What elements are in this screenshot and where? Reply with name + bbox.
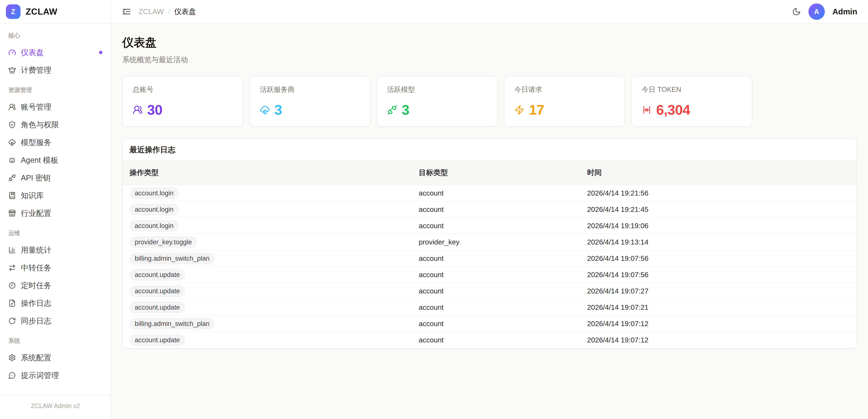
action-type-badge: account.update bbox=[129, 301, 185, 313]
message-dots-icon bbox=[8, 371, 16, 379]
action-type-badge: account.login bbox=[129, 204, 179, 215]
sidebar-item-label: 账号管理 bbox=[21, 102, 51, 112]
stat-value-row: 3 bbox=[260, 102, 360, 118]
sidebar-item-label: 系统配置 bbox=[21, 353, 51, 363]
stat-value-row: 17 bbox=[515, 102, 615, 118]
collapse-sidebar-button[interactable] bbox=[122, 7, 131, 16]
sidebar-item-label: 行业配置 bbox=[21, 208, 51, 218]
main-content: 仪表盘 系统概览与最近活动 总账号30活跃服务商3活跃模型3今日请求17今日 T… bbox=[111, 24, 868, 419]
sidebar-item-accounts[interactable]: 账号管理 bbox=[5, 99, 106, 115]
action-type-badge: account.login bbox=[129, 187, 179, 199]
sidebar-item-agent-templates[interactable]: Agent 模板 bbox=[5, 152, 106, 169]
sidebar-item-label: Agent 模板 bbox=[21, 155, 58, 165]
sidebar-item-api-keys[interactable]: API 密钥 bbox=[5, 170, 106, 186]
column-header: 操作类型 bbox=[123, 160, 419, 185]
stat-card-2: 活跃模型3 bbox=[377, 76, 498, 127]
sidebar-item-relay-tasks[interactable]: 中转任务 bbox=[5, 260, 106, 276]
swap-arrows-icon bbox=[8, 264, 16, 272]
file-text-icon bbox=[8, 299, 16, 307]
action-type-badge: account.update bbox=[129, 269, 185, 281]
target-type-cell: account bbox=[419, 201, 587, 217]
brand-logo-letter: Z bbox=[11, 8, 15, 16]
zap-icon bbox=[515, 105, 524, 115]
gauge-icon bbox=[8, 49, 16, 56]
crown-icon bbox=[8, 66, 16, 74]
stats-grid: 总账号30活跃服务商3活跃模型3今日请求17今日 TOKEN6,304 bbox=[122, 76, 857, 127]
recent-logs-table: 操作类型目标类型时间 account.loginaccount2026/4/14… bbox=[123, 160, 857, 348]
sidebar-item-sync-logs[interactable]: 同步日志 bbox=[5, 312, 106, 329]
table-row: account.updateaccount2026/4/14 19:07:56 bbox=[123, 267, 857, 283]
sidebar-item-roles-permissions[interactable]: 角色与权限 bbox=[5, 116, 106, 133]
username: Admin bbox=[832, 7, 857, 16]
sidebar-section-label: 系统 bbox=[5, 337, 106, 345]
target-type-cell: account bbox=[419, 283, 587, 299]
stat-label: 今日 TOKEN bbox=[642, 85, 742, 94]
stat-value: 3 bbox=[275, 102, 282, 118]
theme-toggle-button[interactable] bbox=[792, 7, 801, 16]
cloud-server-icon bbox=[8, 139, 16, 146]
time-cell: 2026/4/14 19:21:45 bbox=[587, 201, 857, 217]
store-icon bbox=[8, 209, 16, 217]
stat-value: 17 bbox=[529, 102, 544, 118]
topbar: ZCLAW / 仪表盘 A Admin bbox=[111, 0, 868, 24]
sidebar-item-knowledge-base[interactable]: 知识库 bbox=[5, 187, 106, 204]
target-type-cell: account bbox=[419, 185, 587, 201]
sidebar-item-usage-stats[interactable]: 用量统计 bbox=[5, 242, 106, 259]
shield-check-icon bbox=[8, 121, 16, 128]
stat-label: 活跃模型 bbox=[387, 85, 487, 94]
stat-label: 今日请求 bbox=[515, 85, 615, 94]
sidebar-item-label: 计费管理 bbox=[21, 65, 51, 76]
avatar[interactable]: A bbox=[808, 3, 825, 20]
users-icon bbox=[133, 105, 143, 115]
sidebar-item-prompt-management[interactable]: 提示词管理 bbox=[5, 367, 106, 384]
sidebar-section-label: 资源管理 bbox=[5, 86, 106, 94]
move-horizontal-icon bbox=[642, 105, 652, 115]
moon-icon bbox=[792, 7, 801, 16]
book-icon bbox=[8, 192, 16, 199]
sidebar-item-label: API 密钥 bbox=[21, 173, 51, 183]
stat-card-3: 今日请求17 bbox=[504, 76, 625, 127]
table-row: billing.admin_switch_planaccount2026/4/1… bbox=[123, 316, 857, 332]
breadcrumb-root[interactable]: ZCLAW bbox=[138, 7, 164, 16]
sidebar-item-system-config[interactable]: 系统配置 bbox=[5, 349, 106, 366]
sidebar-item-dashboard[interactable]: 仪表盘 bbox=[5, 44, 106, 61]
sidebar-nav: 核心仪表盘计费管理资源管理账号管理角色与权限模型服务Agent 模板API 密钥… bbox=[0, 24, 111, 384]
time-cell: 2026/4/14 19:19:06 bbox=[587, 217, 857, 234]
action-type-badge: account.update bbox=[129, 285, 185, 297]
refresh-icon bbox=[8, 317, 16, 325]
page-title: 仪表盘 bbox=[122, 35, 857, 50]
sidebar-item-label: 知识库 bbox=[21, 190, 44, 201]
sidebar-section-label: 核心 bbox=[5, 32, 106, 39]
time-cell: 2026/4/14 19:07:56 bbox=[587, 250, 857, 267]
sidebar-item-label: 仪表盘 bbox=[21, 48, 44, 58]
sidebar-item-scheduled-tasks[interactable]: 定时任务 bbox=[5, 277, 106, 294]
action-type-badge: account.update bbox=[129, 334, 185, 346]
table-header-row: 操作类型目标类型时间 bbox=[123, 160, 857, 185]
topbar-right: A Admin bbox=[792, 3, 857, 20]
stat-value-row: 6,304 bbox=[642, 102, 742, 118]
sidebar-item-label: 模型服务 bbox=[21, 137, 51, 148]
action-type-badge: billing.admin_switch_plan bbox=[129, 252, 215, 265]
avatar-letter: A bbox=[814, 8, 819, 16]
table-row: account.loginaccount2026/4/14 19:19:06 bbox=[123, 217, 857, 234]
sidebar-item-industry-config[interactable]: 行业配置 bbox=[5, 205, 106, 221]
stat-label: 总账号 bbox=[133, 85, 233, 94]
table-row: account.loginaccount2026/4/14 19:21:56 bbox=[123, 185, 857, 201]
sidebar-item-billing[interactable]: 计费管理 bbox=[5, 62, 106, 79]
table-row: account.updateaccount2026/4/14 19:07:21 bbox=[123, 299, 857, 316]
breadcrumb-separator: / bbox=[168, 7, 170, 16]
table-row: account.updateaccount2026/4/14 19:07:12 bbox=[123, 332, 857, 348]
time-cell: 2026/4/14 19:07:12 bbox=[587, 332, 857, 348]
breadcrumb: ZCLAW / 仪表盘 bbox=[138, 7, 196, 17]
stat-value: 6,304 bbox=[656, 102, 690, 118]
sidebar-section-label: 运维 bbox=[5, 229, 106, 237]
cloud-server-icon bbox=[260, 105, 270, 115]
target-type-cell: account bbox=[419, 267, 587, 283]
sidebar-item-label: 同步日志 bbox=[21, 316, 51, 326]
app-version-label: ZCLAW Admin v2 bbox=[31, 402, 80, 410]
sidebar-item-operation-logs[interactable]: 操作日志 bbox=[5, 295, 106, 311]
time-cell: 2026/4/14 19:13:14 bbox=[587, 234, 857, 250]
sidebar-item-model-services[interactable]: 模型服务 bbox=[5, 134, 106, 151]
plug-icon bbox=[8, 174, 16, 182]
active-indicator-dot bbox=[99, 51, 102, 54]
